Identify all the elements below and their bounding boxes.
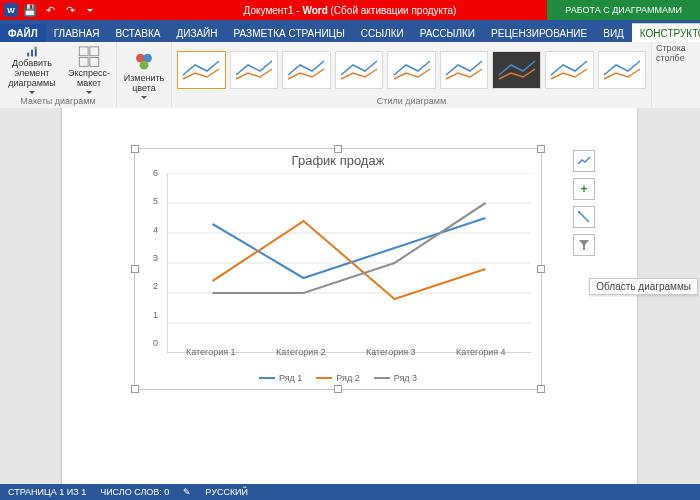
chart-style-thumb[interactable]	[440, 51, 489, 89]
statusbar: СТРАНИЦА 1 ИЗ 1 ЧИСЛО СЛОВ: 0 ✎ РУССКИЙ	[0, 484, 700, 500]
tab-view[interactable]: ВИД	[595, 24, 632, 42]
chart-legend[interactable]: Ряд 1Ряд 2Ряд 3	[135, 373, 541, 383]
change-colors-button[interactable]: Изменить цвета	[121, 51, 167, 99]
svg-rect-5	[90, 47, 99, 56]
svg-point-10	[140, 61, 149, 70]
group-chart-layouts: Добавить элемент диаграммы Экспресс- мак…	[0, 42, 117, 108]
document-area: График продаж Ряд 1Ряд 2Ряд 3 0123456Кат…	[0, 108, 700, 484]
status-page[interactable]: СТРАНИЦА 1 ИЗ 1	[8, 487, 86, 497]
svg-rect-0	[27, 53, 29, 57]
ribbon: Добавить элемент диаграммы Экспресс- мак…	[0, 42, 700, 109]
y-tick-label: 1	[153, 310, 158, 320]
group-change-colors: Изменить цвета	[117, 42, 172, 108]
tab-review[interactable]: РЕЦЕНЗИРОВАНИЕ	[483, 24, 595, 42]
redo-icon[interactable]: ↷	[62, 2, 78, 18]
chart-filters-button[interactable]	[573, 206, 595, 228]
status-proofing-icon[interactable]: ✎	[183, 487, 191, 497]
tab-insert[interactable]: ВСТАВКА	[108, 24, 169, 42]
tab-constructor[interactable]: КОНСТРУКТОР	[632, 23, 700, 42]
add-chart-element-button[interactable]: Добавить элемент диаграммы	[4, 46, 60, 94]
legend-item[interactable]: Ряд 1	[259, 373, 302, 383]
chart-object[interactable]: График продаж Ряд 1Ряд 2Ряд 3 0123456Кат…	[134, 148, 542, 390]
status-language[interactable]: РУССКИЙ	[205, 487, 248, 497]
chart-style-thumb[interactable]	[177, 51, 226, 89]
y-tick-label: 6	[153, 168, 158, 178]
plot-area[interactable]	[167, 173, 531, 353]
contextual-tab-title: РАБОТА С ДИАГРАММАМИ	[547, 0, 700, 20]
chart-style-thumb[interactable]	[335, 51, 384, 89]
undo-icon[interactable]: ↶	[42, 2, 58, 18]
resize-handle[interactable]	[131, 265, 139, 273]
group-chart-styles: Стили диаграмм	[172, 42, 652, 108]
chart-style-thumb[interactable]	[598, 51, 647, 89]
ribbon-tabs: ФАЙЛ ГЛАВНАЯ ВСТАВКА ДИЗАЙН РАЗМЕТКА СТР…	[0, 20, 700, 42]
tab-page-layout[interactable]: РАЗМЕТКА СТРАНИЦЫ	[226, 24, 353, 42]
y-tick-label: 2	[153, 281, 158, 291]
tooltip: Область диаграммы	[589, 278, 698, 295]
y-tick-label: 3	[153, 253, 158, 263]
quick-layout-button[interactable]: Экспресс- макет	[66, 46, 112, 94]
svg-point-3	[34, 46, 37, 49]
resize-handle[interactable]	[537, 265, 545, 273]
page: График продаж Ряд 1Ряд 2Ряд 3 0123456Кат…	[62, 108, 637, 484]
chart-elements-button[interactable]	[573, 150, 595, 172]
resize-handle[interactable]	[334, 385, 342, 393]
tab-file[interactable]: ФАЙЛ	[0, 24, 46, 42]
x-category-label: Категория 3	[366, 347, 416, 357]
resize-handle[interactable]	[131, 385, 139, 393]
chart-style-thumb[interactable]	[492, 51, 541, 89]
titlebar: W 💾 ↶ ↷ Документ1 - Word (Сбой активации…	[0, 0, 700, 20]
chart-filter-icon[interactable]	[573, 234, 595, 256]
status-word-count[interactable]: ЧИСЛО СЛОВ: 0	[100, 487, 169, 497]
y-tick-label: 5	[153, 196, 158, 206]
chart-style-thumb[interactable]	[387, 51, 436, 89]
word-app-icon: W	[4, 3, 18, 17]
y-tick-label: 4	[153, 225, 158, 235]
svg-rect-4	[79, 47, 88, 56]
chart-style-thumb[interactable]	[230, 51, 279, 89]
legend-item[interactable]: Ряд 3	[374, 373, 417, 383]
svg-rect-7	[90, 57, 99, 66]
legend-item[interactable]: Ряд 2	[316, 373, 359, 383]
x-category-label: Категория 2	[276, 347, 326, 357]
save-icon[interactable]: 💾	[22, 2, 38, 18]
x-category-label: Категория 4	[456, 347, 506, 357]
x-category-label: Категория 1	[186, 347, 236, 357]
svg-rect-1	[31, 50, 33, 57]
resize-handle[interactable]	[334, 145, 342, 153]
chart-style-thumb[interactable]	[545, 51, 594, 89]
tab-design[interactable]: ДИЗАЙН	[168, 24, 225, 42]
chart-style-thumb[interactable]	[282, 51, 331, 89]
group-trimmed: Строка столбе	[652, 42, 700, 108]
tab-references[interactable]: ССЫЛКИ	[353, 24, 412, 42]
resize-handle[interactable]	[131, 145, 139, 153]
svg-rect-6	[79, 57, 88, 66]
chart-side-buttons: +	[573, 150, 595, 256]
tab-home[interactable]: ГЛАВНАЯ	[46, 24, 108, 42]
resize-handle[interactable]	[537, 145, 545, 153]
qat-customize-icon[interactable]	[82, 2, 98, 18]
y-tick-label: 0	[153, 338, 158, 348]
resize-handle[interactable]	[537, 385, 545, 393]
chart-styles-button[interactable]: +	[573, 178, 595, 200]
tab-mailings[interactable]: РАССЫЛКИ	[412, 24, 483, 42]
